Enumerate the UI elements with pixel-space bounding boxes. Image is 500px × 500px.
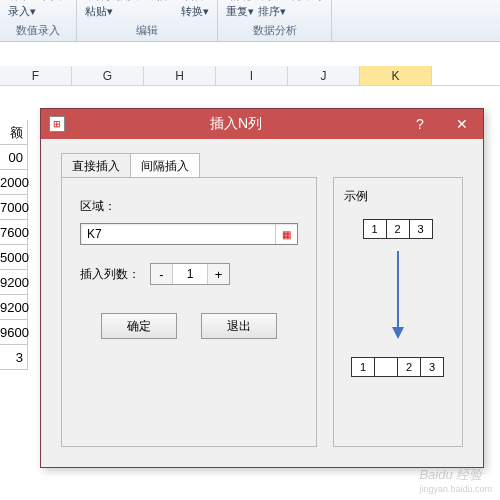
example-panel: 示例 123 123	[333, 177, 463, 447]
example-cell: 2	[397, 357, 421, 377]
count-label: 插入列数：	[80, 266, 140, 283]
ribbon-btn-insert[interactable]: 插入▾	[117, 0, 145, 19]
column-header-g[interactable]: G	[72, 66, 144, 85]
ribbon-btn-merge[interactable]: 合并转换▾	[181, 0, 209, 19]
increment-button[interactable]: +	[207, 264, 229, 284]
ribbon-btn-numinput[interactable]: 数值录入▾	[8, 0, 36, 19]
range-picker-icon[interactable]: ▦	[275, 224, 297, 244]
close-button[interactable]: ✕	[441, 109, 483, 139]
example-cell: 3	[409, 219, 433, 239]
column-header-j[interactable]: J	[288, 66, 360, 85]
data-cell[interactable]: 9600	[0, 320, 28, 345]
data-cell[interactable]: 7000	[0, 195, 28, 220]
dialog-title: 插入N列	[73, 115, 399, 133]
leftmost-column-data: 额0020007000760050009200920096003	[0, 120, 28, 370]
ribbon-group-input: 数值录入▾ 录入▾ 数值录入	[0, 0, 77, 41]
data-cell[interactable]: 9200	[0, 270, 28, 295]
column-headers: FGHIJK	[0, 66, 500, 86]
data-cell[interactable]: 00	[0, 145, 28, 170]
watermark: Baidu 经验 jingyan.baidu.com	[419, 466, 492, 494]
tab-interval-insert[interactable]: 间隔插入	[130, 153, 200, 180]
example-title: 示例	[344, 188, 452, 205]
ribbon-group-analysis: 精确重复▾ 高级排序▾ 统计与 数据分析	[218, 0, 332, 41]
example-cell: 1	[351, 357, 375, 377]
example-cell: 2	[386, 219, 410, 239]
example-before: 123	[344, 219, 452, 239]
data-cell[interactable]: 7600	[0, 220, 28, 245]
ribbon-btn-delete[interactable]: 删除▾	[149, 0, 177, 19]
count-input[interactable]	[173, 264, 207, 284]
column-header-f[interactable]: F	[0, 66, 72, 85]
data-cell[interactable]: 5000	[0, 245, 28, 270]
range-input-wrapper: ▦	[80, 223, 298, 245]
form-panel: 区域： ▦ 插入列数： - + 确定 退出	[61, 177, 317, 447]
ribbon-btn-dedupe[interactable]: 精确重复▾	[226, 0, 254, 19]
data-cell[interactable]: 3	[0, 345, 28, 370]
example-after: 123	[344, 357, 452, 377]
ribbon-btn-copypaste[interactable]: 复制粘贴▾	[85, 0, 113, 19]
cancel-button[interactable]: 退出	[201, 313, 277, 339]
column-header-h[interactable]: H	[144, 66, 216, 85]
example-cell: 3	[420, 357, 444, 377]
data-cell[interactable]: 额	[0, 120, 28, 145]
example-cell	[374, 357, 398, 377]
column-header-i[interactable]: I	[216, 66, 288, 85]
dialog-tabs: 直接插入 间隔插入	[61, 153, 199, 180]
dialog-titlebar[interactable]: ⊞ 插入N列 ? ✕	[41, 109, 483, 139]
ribbon-btn-stats[interactable]: 统计与	[290, 0, 323, 19]
arrow-down-icon	[344, 249, 452, 339]
range-label: 区域：	[80, 198, 298, 215]
svg-marker-1	[392, 327, 404, 339]
insert-columns-dialog: ⊞ 插入N列 ? ✕ 直接插入 间隔插入 区域： ▦ 插入列数： -	[40, 108, 484, 468]
range-input[interactable]	[81, 227, 275, 241]
tab-direct-insert[interactable]: 直接插入	[61, 153, 131, 180]
ribbon-group-label: 数据分析	[253, 21, 297, 41]
column-header-k[interactable]: K	[360, 66, 432, 85]
ribbon-btn-sort[interactable]: 高级排序▾	[258, 0, 286, 19]
ribbon: 数值录入▾ 录入▾ 数值录入 复制粘贴▾ 插入▾ 删除▾ 合并转换▾ 编辑 精确…	[0, 0, 500, 42]
ok-button[interactable]: 确定	[101, 313, 177, 339]
help-button[interactable]: ?	[399, 109, 441, 139]
example-cell: 1	[363, 219, 387, 239]
app-icon: ⊞	[49, 116, 65, 132]
ribbon-group-label: 编辑	[136, 21, 158, 41]
ribbon-btn-input[interactable]: 录入▾	[40, 0, 68, 19]
decrement-button[interactable]: -	[151, 264, 173, 284]
ribbon-group-label: 数值录入	[16, 21, 60, 41]
data-cell[interactable]: 2000	[0, 170, 28, 195]
ribbon-group-edit: 复制粘贴▾ 插入▾ 删除▾ 合并转换▾ 编辑	[77, 0, 218, 41]
count-stepper: - +	[150, 263, 230, 285]
data-cell[interactable]: 9200	[0, 295, 28, 320]
